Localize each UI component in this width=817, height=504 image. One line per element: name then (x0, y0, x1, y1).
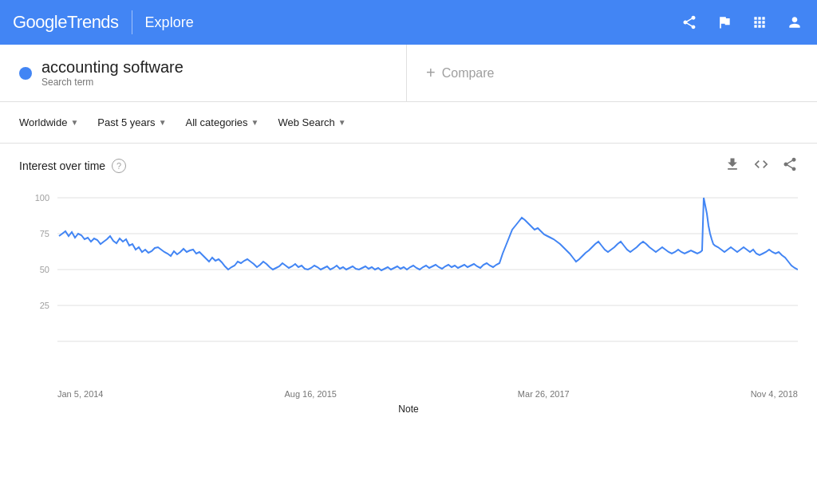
apps-icon[interactable] (750, 13, 769, 32)
header: GoogleTrends Explore (0, 0, 817, 45)
embed-icon[interactable] (753, 156, 769, 175)
compare-text: Compare (442, 66, 495, 81)
chart-section: Interest over time ? 100 75 (0, 144, 817, 421)
svg-text:75: 75 (40, 229, 49, 238)
filters-bar: Worldwide ▼ Past 5 years ▼ All categorie… (0, 102, 817, 144)
search-type-filter-arrow: ▼ (338, 118, 346, 127)
categories-filter-label: All categories (186, 116, 248, 128)
search-type-filter[interactable]: Web Search ▼ (271, 112, 352, 133)
x-label-4: Nov 4, 2018 (751, 389, 798, 399)
x-label-1: Jan 5, 2014 (57, 389, 104, 399)
search-type-filter-label: Web Search (278, 116, 334, 128)
svg-text:25: 25 (40, 301, 49, 310)
search-type-label: Search term (41, 77, 184, 88)
chart-title: Interest over time (19, 159, 105, 172)
header-actions (680, 13, 804, 32)
header-explore: Explore (145, 14, 194, 31)
time-range-filter-arrow: ▼ (159, 118, 167, 127)
chart-svg: 100 75 50 25 (19, 182, 798, 389)
time-range-filter[interactable]: Past 5 years ▼ (91, 112, 172, 133)
chart-canvas: 100 75 50 25 Jan 5, 2014 Aug 16, 2015 Ma… (19, 182, 798, 421)
download-icon[interactable] (724, 156, 740, 175)
search-term-label: accounting software (41, 58, 184, 77)
account-icon[interactable] (785, 13, 804, 32)
logo-google: Google (13, 12, 67, 32)
location-filter-label: Worldwide (19, 116, 67, 128)
compare-container[interactable]: + Compare (407, 45, 817, 101)
location-filter-arrow: ▼ (70, 118, 78, 127)
time-range-filter-label: Past 5 years (97, 116, 155, 128)
flag-icon[interactable] (715, 13, 734, 32)
location-filter[interactable]: Worldwide ▼ (13, 112, 85, 133)
logo-area: GoogleTrends Explore (13, 10, 194, 34)
chart-help-icon[interactable]: ? (112, 159, 126, 173)
chart-title-group: Interest over time ? (19, 159, 126, 173)
chart-note: Note (19, 404, 798, 415)
svg-text:100: 100 (35, 193, 49, 203)
x-label-2: Aug 16, 2015 (284, 389, 336, 399)
categories-filter[interactable]: All categories ▼ (180, 112, 266, 133)
compare-plus-icon: + (426, 64, 436, 82)
chart-x-labels: Jan 5, 2014 Aug 16, 2015 Mar 26, 2017 No… (19, 389, 798, 399)
chart-actions (724, 156, 798, 175)
share-chart-icon[interactable] (782, 156, 798, 175)
x-label-3: Mar 26, 2017 (518, 389, 570, 399)
search-term-container: accounting software Search term (0, 45, 407, 101)
logo-text: GoogleTrends (13, 12, 119, 33)
search-text-group: accounting software Search term (41, 58, 184, 88)
search-dot (19, 67, 32, 80)
svg-text:50: 50 (40, 265, 49, 274)
logo-trends: Trends (67, 12, 119, 32)
search-area: accounting software Search term + Compar… (0, 45, 817, 102)
share-icon[interactable] (680, 13, 699, 32)
categories-filter-arrow: ▼ (251, 118, 259, 127)
header-divider (132, 10, 132, 34)
chart-header: Interest over time ? (19, 156, 798, 175)
